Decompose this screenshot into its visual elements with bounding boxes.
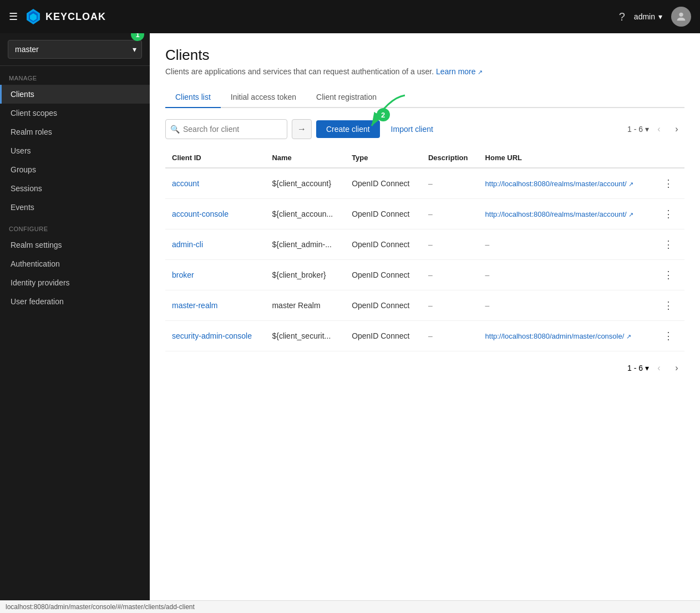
cell-description: –: [422, 290, 479, 321]
table-row: broker ${client_broker} OpenID Connect –…: [165, 260, 684, 290]
sidebar-item-sessions[interactable]: Sessions: [0, 179, 150, 198]
col-description: Description: [422, 148, 479, 168]
cell-description: –: [422, 260, 479, 290]
cell-type: OpenID Connect: [345, 168, 422, 199]
sidebar-item-user-federation[interactable]: User federation: [0, 292, 150, 311]
user-dropdown[interactable]: admin ▾: [634, 12, 662, 21]
row-actions-button[interactable]: ⋮: [659, 206, 678, 222]
cell-type: OpenID Connect: [345, 290, 422, 321]
tab-clients-list[interactable]: Clients list: [165, 87, 221, 108]
row-actions-button[interactable]: ⋮: [659, 236, 678, 253]
help-icon[interactable]: ?: [619, 11, 625, 23]
pagination-next-button[interactable]: ›: [669, 121, 684, 137]
table-row: admin-cli ${client_admin-... OpenID Conn…: [165, 229, 684, 260]
external-link-icon: ↗: [478, 69, 483, 75]
cell-client-id: broker: [165, 260, 265, 290]
sidebar-item-groups[interactable]: Groups: [0, 160, 150, 179]
search-go-button[interactable]: →: [292, 119, 312, 139]
avatar[interactable]: [671, 7, 691, 27]
logo-icon: [24, 8, 42, 25]
sidebar-item-authentication[interactable]: Authentication: [0, 254, 150, 273]
col-type: Type: [345, 148, 422, 168]
user-name: admin: [634, 12, 655, 21]
client-id-link[interactable]: security-admin-console: [172, 331, 252, 340]
sidebar-item-clients[interactable]: Clients: [0, 85, 150, 104]
realm-select[interactable]: master: [8, 40, 142, 59]
cell-description: –: [422, 199, 479, 229]
sidebar-item-events[interactable]: Events: [0, 198, 150, 217]
pagination-bottom-prev[interactable]: ‹: [651, 360, 667, 376]
cell-type: OpenID Connect: [345, 229, 422, 260]
cell-type: OpenID Connect: [345, 260, 422, 290]
learn-more-link[interactable]: Learn more ↗: [436, 67, 483, 76]
pagination-bottom-dropdown[interactable]: ▾: [645, 364, 649, 372]
home-url-dash: –: [485, 301, 490, 310]
client-id-link[interactable]: account: [172, 179, 199, 188]
navbar-right: ? admin ▾: [619, 7, 691, 27]
client-id-link[interactable]: broker: [172, 270, 194, 279]
client-id-link[interactable]: master-realm: [172, 301, 217, 310]
search-icon: 🔍: [170, 125, 180, 134]
sidebar-item-groups-label: Groups: [11, 165, 36, 174]
sidebar-item-clients-label: Clients: [11, 90, 34, 99]
tab-client-registration[interactable]: Client registration: [306, 87, 387, 108]
logo-container: KEYCLOAK: [24, 8, 106, 25]
sidebar-item-client-scopes-label: Client scopes: [11, 109, 57, 118]
cell-actions: ⋮: [652, 199, 684, 229]
main-content: Clients Clients are applications and ser…: [150, 33, 700, 600]
sidebar-item-realm-roles-label: Realm roles: [11, 127, 52, 136]
cell-home-url: http://localhost:8080/realms/master/acco…: [479, 199, 652, 229]
cell-name: ${client_broker}: [265, 260, 345, 290]
user-dropdown-icon: ▾: [658, 12, 662, 21]
home-url-link[interactable]: http://localhost:8080/admin/master/conso…: [485, 332, 631, 340]
client-id-link[interactable]: admin-cli: [172, 240, 203, 249]
table-row: security-admin-console ${client_securit.…: [165, 321, 684, 351]
tab-initial-access-token[interactable]: Initial access token: [221, 87, 306, 108]
row-actions-button[interactable]: ⋮: [659, 175, 678, 192]
pagination-bottom-range: 1 - 6: [627, 364, 643, 372]
sidebar-item-identity-providers[interactable]: Identity providers: [0, 273, 150, 292]
create-client-button[interactable]: Create client: [316, 120, 380, 138]
cell-actions: ⋮: [652, 229, 684, 260]
home-url-link[interactable]: http://localhost:8080/realms/master/acco…: [485, 210, 634, 218]
sidebar-item-realm-roles[interactable]: Realm roles: [0, 122, 150, 141]
import-client-button[interactable]: Import client: [384, 120, 440, 138]
sidebar-item-user-federation-label: User federation: [11, 297, 64, 306]
configure-section-label: Configure: [0, 217, 150, 236]
table-row: master-realm master Realm OpenID Connect…: [165, 290, 684, 321]
search-wrapper: 🔍: [165, 119, 287, 139]
pagination-dropdown-icon[interactable]: ▾: [645, 125, 649, 134]
cell-name: master Realm: [265, 290, 345, 321]
status-bar: localhost:8080/admin/master/console/#/ma…: [0, 600, 700, 613]
sidebar-item-authentication-label: Authentication: [11, 259, 60, 268]
cell-type: OpenID Connect: [345, 321, 422, 351]
page-subtitle-text: Clients are applications and services th…: [165, 67, 434, 76]
hamburger-icon[interactable]: ☰: [9, 11, 18, 23]
cell-home-url: –: [479, 290, 652, 321]
pagination-range: 1 - 6: [627, 125, 643, 134]
pagination-bottom-next[interactable]: ›: [669, 360, 684, 376]
client-id-link[interactable]: account-console: [172, 210, 229, 218]
sidebar: master 1 Manage Clients Client scopes Re…: [0, 33, 150, 600]
search-input[interactable]: [183, 125, 272, 134]
home-url-link[interactable]: http://localhost:8080/realms/master/acco…: [485, 180, 634, 188]
table-header: Client ID Name Type Description Home URL: [165, 148, 684, 168]
pagination-bottom: 1 - 6 ▾ ‹ ›: [165, 360, 684, 376]
col-name: Name: [265, 148, 345, 168]
pagination-top: 1 - 6 ▾ ‹ ›: [627, 121, 684, 137]
cell-home-url: –: [479, 229, 652, 260]
row-actions-button[interactable]: ⋮: [659, 328, 678, 344]
cell-description: –: [422, 321, 479, 351]
table-body: account ${client_account} OpenID Connect…: [165, 168, 684, 351]
row-actions-button[interactable]: ⋮: [659, 297, 678, 314]
navbar-left: ☰ KEYCLOAK: [9, 8, 619, 25]
pagination-prev-button[interactable]: ‹: [651, 121, 667, 137]
home-url-dash: –: [485, 240, 490, 249]
realm-selector[interactable]: master: [8, 40, 142, 59]
sidebar-item-users[interactable]: Users: [0, 141, 150, 160]
cell-type: OpenID Connect: [345, 199, 422, 229]
row-actions-button[interactable]: ⋮: [659, 267, 678, 283]
sidebar-item-client-scopes[interactable]: Client scopes: [0, 104, 150, 122]
sidebar-item-sessions-label: Sessions: [11, 184, 42, 193]
sidebar-item-realm-settings[interactable]: Realm settings: [0, 236, 150, 254]
